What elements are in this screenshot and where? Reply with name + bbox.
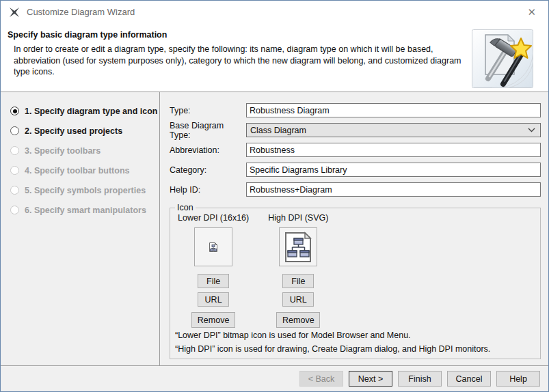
step-label: 4. Specify toolbar buttons xyxy=(25,166,130,176)
wizard-content: 1. Specify diagram type and icon 2. Spec… xyxy=(1,92,548,365)
base-diagram-type-label: Base Diagram Type: xyxy=(170,121,246,140)
radio-selected-icon xyxy=(10,107,19,115)
abbreviation-row: Abbreviation: xyxy=(170,140,541,160)
title-bar[interactable]: Customize Diagram Wizard ✕ xyxy=(1,1,548,23)
step-label: 6. Specify smart manipulators xyxy=(25,206,146,215)
help-button[interactable]: Help xyxy=(496,371,540,387)
step-item-4: 4. Specify toolbar buttons xyxy=(1,160,159,180)
radio-disabled-icon xyxy=(10,166,19,175)
step-title: Specify basic diagram type information xyxy=(8,30,167,40)
radio-disabled-icon xyxy=(10,186,19,195)
category-input[interactable] xyxy=(246,163,541,177)
high-dpi-file-button[interactable]: File xyxy=(282,274,314,288)
lower-dpi-file-button[interactable]: File xyxy=(198,274,229,288)
lower-dpi-header: Lower DPI (16x16) xyxy=(178,213,249,223)
high-dpi-preview[interactable] xyxy=(279,227,317,266)
step-item-6: 6. Specify smart manipulators xyxy=(1,200,159,220)
lower-dpi-column: Lower DPI (16x16) xyxy=(178,212,249,328)
high-dpi-note: “High DPI” icon is used for drawing, Cre… xyxy=(175,344,536,355)
finish-button[interactable]: Finish xyxy=(398,371,442,387)
base-diagram-type-row: Base Diagram Type: Class Diagram xyxy=(170,120,541,140)
diagram-form: Type: Base Diagram Type: Class Diagram A… xyxy=(161,92,548,365)
category-label: Category: xyxy=(170,165,246,175)
lower-dpi-preview[interactable] xyxy=(194,227,232,266)
category-row: Category: xyxy=(170,160,541,180)
wizard-header: Specify basic diagram type information I… xyxy=(1,23,548,92)
next-button[interactable]: Next > xyxy=(349,371,392,387)
magicdraw-logo-icon xyxy=(8,6,21,18)
help-id-row: Help ID: xyxy=(170,180,541,199)
diagram-document-icon xyxy=(283,232,313,263)
document-hammer-wand-icon xyxy=(472,29,533,88)
high-dpi-url-button[interactable]: URL xyxy=(282,292,314,307)
help-id-input[interactable] xyxy=(246,182,541,197)
close-icon[interactable]: ✕ xyxy=(519,3,544,21)
step-label: 1. Specify diagram type and icon xyxy=(25,107,158,116)
step-label: 2. Specify used projects xyxy=(25,126,122,136)
step-item-3: 3. Specify toolbars xyxy=(1,141,159,160)
high-dpi-remove-button[interactable]: Remove xyxy=(276,312,320,328)
icon-group: Icon Lower DPI (16x16) xyxy=(170,203,541,359)
high-dpi-column: High DPI (SVG) xyxy=(268,212,328,328)
lower-dpi-url-button[interactable]: URL xyxy=(198,292,229,307)
help-id-label: Help ID: xyxy=(170,185,246,195)
radio-unselected-icon xyxy=(10,126,19,135)
type-label: Type: xyxy=(170,106,246,115)
lower-dpi-remove-button[interactable]: Remove xyxy=(191,312,235,328)
base-diagram-type-select[interactable]: Class Diagram xyxy=(246,123,541,137)
step-label: 3. Specify toolbars xyxy=(25,146,101,156)
cancel-button[interactable]: Cancel xyxy=(447,371,491,387)
abbreviation-input[interactable] xyxy=(246,143,541,157)
high-dpi-header: High DPI (SVG) xyxy=(268,213,328,223)
button-bar: < Back Next > Finish Cancel Help xyxy=(1,365,548,391)
customize-diagram-wizard-dialog: Customize Diagram Wizard ✕ Specify basic… xyxy=(0,0,549,392)
type-row: Type: xyxy=(170,100,541,120)
step-item-1[interactable]: 1. Specify diagram type and icon xyxy=(1,101,159,121)
radio-disabled-icon xyxy=(10,146,19,155)
type-input[interactable] xyxy=(246,103,541,117)
base-diagram-type-value: Class Diagram xyxy=(250,126,306,135)
small-diagram-icon xyxy=(208,242,219,253)
icon-group-legend: Icon xyxy=(175,203,196,212)
window-title: Customize Diagram Wizard xyxy=(27,7,519,17)
step-description: In order to create or edit a diagram typ… xyxy=(14,44,465,78)
chevron-down-icon xyxy=(528,128,535,132)
lower-dpi-note: “Lower DPI” bitmap icon is used for Mode… xyxy=(175,331,536,341)
icon-columns: Lower DPI (16x16) xyxy=(174,212,536,328)
step-item-5: 5. Specify symbols properties xyxy=(1,180,159,200)
step-label: 5. Specify symbols properties xyxy=(25,186,146,195)
back-button: < Back xyxy=(299,371,343,387)
step-item-2[interactable]: 2. Specify used projects xyxy=(1,121,159,141)
radio-disabled-icon xyxy=(10,206,19,214)
wizard-steps-sidebar: 1. Specify diagram type and icon 2. Spec… xyxy=(1,92,160,365)
abbreviation-label: Abbreviation: xyxy=(170,145,246,155)
